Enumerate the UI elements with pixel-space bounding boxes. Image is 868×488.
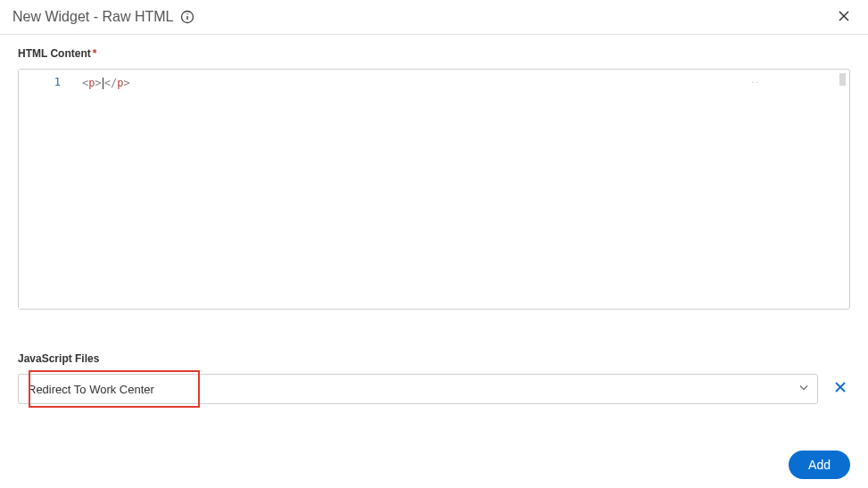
modal-content: HTML Content* 1 <p></p> .. JavaScript Fi… bbox=[0, 35, 868, 404]
header-left: New Widget - Raw HTML bbox=[12, 9, 194, 25]
editor-fold-mark: .. bbox=[751, 75, 760, 85]
editor-gutter: 1 bbox=[19, 70, 68, 309]
info-icon[interactable] bbox=[180, 10, 194, 24]
modal-header: New Widget - Raw HTML bbox=[0, 0, 868, 35]
html-content-label: HTML Content* bbox=[18, 47, 850, 60]
editor-code-area[interactable]: <p></p> bbox=[68, 70, 849, 309]
remove-js-file-button[interactable] bbox=[831, 377, 850, 401]
js-files-label: JavaScript Files bbox=[18, 352, 850, 365]
js-file-select[interactable] bbox=[18, 374, 818, 404]
html-editor[interactable]: 1 <p></p> .. bbox=[18, 69, 850, 310]
close-icon bbox=[838, 8, 850, 26]
close-button[interactable] bbox=[832, 7, 856, 27]
svg-point-2 bbox=[187, 13, 188, 14]
modal-footer: Add bbox=[789, 451, 850, 479]
js-file-select-wrap bbox=[18, 374, 818, 404]
remove-icon bbox=[834, 381, 847, 397]
editor-scrollbar[interactable] bbox=[839, 73, 846, 86]
html-content-label-text: HTML Content bbox=[18, 47, 91, 60]
required-asterisk: * bbox=[93, 47, 97, 60]
line-number: 1 bbox=[19, 76, 61, 88]
modal-title: New Widget - Raw HTML bbox=[12, 9, 173, 25]
code-line-1: <p></p> bbox=[82, 76, 849, 90]
js-files-section: JavaScript Files bbox=[18, 352, 850, 404]
js-files-row bbox=[18, 374, 850, 404]
add-button[interactable]: Add bbox=[789, 451, 850, 479]
